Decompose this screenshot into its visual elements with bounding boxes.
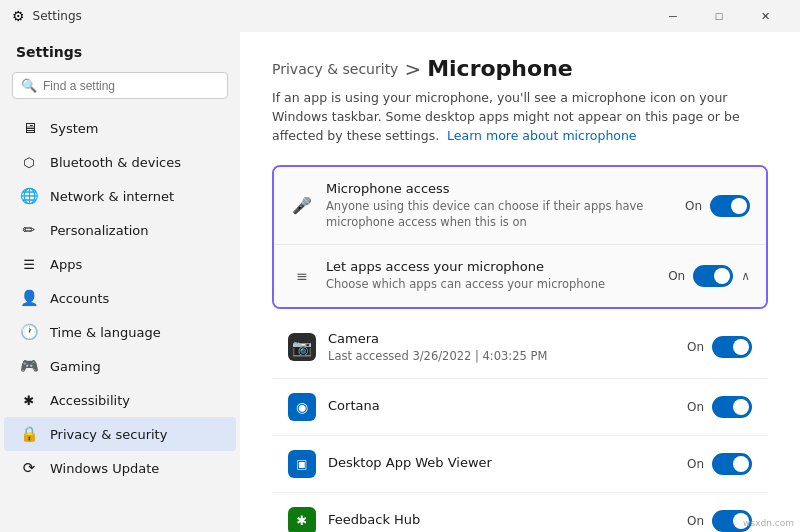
sidebar-item-accounts[interactable]: 👤 Accounts: [4, 281, 236, 315]
let-apps-access-toggle[interactable]: [693, 265, 733, 287]
sidebar-item-network[interactable]: 🌐 Network & internet: [4, 179, 236, 213]
feedback-hub-text: Feedback Hub: [328, 512, 675, 529]
camera-subtitle: Last accessed 3/26/2022 | 4:03:25 PM: [328, 348, 675, 364]
content-area: Privacy & security > Microphone If an ap…: [240, 32, 800, 532]
breadcrumb-current: Microphone: [427, 56, 573, 81]
cortana-row: ◉ Cortana On: [272, 379, 768, 436]
network-icon: 🌐: [20, 187, 38, 205]
breadcrumb: Privacy & security > Microphone: [272, 56, 768, 81]
feedback-hub-status: On: [687, 514, 704, 528]
sidebar: Settings 🔍 🖥 System ⬡ Bluetooth & device…: [0, 32, 240, 532]
desktop-app-title: Desktop App Web Viewer: [328, 455, 675, 470]
search-icon: 🔍: [21, 78, 37, 93]
microphone-access-subtitle: Anyone using this device can choose if t…: [326, 198, 673, 230]
bluetooth-icon: ⬡: [20, 153, 38, 171]
camera-app-icon: 📷: [288, 333, 316, 361]
sidebar-item-label: Gaming: [50, 359, 101, 374]
cortana-title: Cortana: [328, 398, 675, 413]
let-apps-access-control: On ∧: [668, 265, 750, 287]
sidebar-item-bluetooth[interactable]: ⬡ Bluetooth & devices: [4, 145, 236, 179]
sidebar-item-privacy[interactable]: 🔒 Privacy & security: [4, 417, 236, 451]
let-apps-access-status: On: [668, 269, 685, 283]
desktop-app-row: ▣ Desktop App Web Viewer On: [272, 436, 768, 493]
camera-text: Camera Last accessed 3/26/2022 | 4:03:25…: [328, 331, 675, 364]
cortana-control: On: [687, 396, 752, 418]
sidebar-item-gaming[interactable]: 🎮 Gaming: [4, 349, 236, 383]
let-apps-access-subtitle: Choose which apps can access your microp…: [326, 276, 656, 292]
apps-mic-icon: ≡: [290, 264, 314, 288]
search-box[interactable]: 🔍: [12, 72, 228, 99]
accessibility-icon: ✱: [20, 391, 38, 409]
desktop-app-status: On: [687, 457, 704, 471]
cortana-app-icon: ◉: [288, 393, 316, 421]
search-input[interactable]: [43, 79, 219, 93]
sidebar-item-system[interactable]: 🖥 System: [4, 111, 236, 145]
title-bar: ⚙ Settings ─ □ ✕: [0, 0, 800, 32]
close-button[interactable]: ✕: [742, 0, 788, 32]
sidebar-item-apps[interactable]: ☰ Apps: [4, 247, 236, 281]
sidebar-title: Settings: [0, 36, 240, 72]
microphone-icon: 🎤: [290, 194, 314, 218]
settings-icon: ⚙: [12, 8, 25, 24]
desktop-app-icon: ▣: [288, 450, 316, 478]
microphone-access-status: On: [685, 199, 702, 213]
microphone-access-row: 🎤 Microphone access Anyone using this de…: [274, 167, 766, 244]
page-description: If an app is using your microphone, you'…: [272, 89, 768, 145]
feedback-hub-row: ✱ Feedback Hub On: [272, 493, 768, 532]
let-apps-access-text: Let apps access your microphone Choose w…: [326, 259, 656, 292]
apps-icon: ☰: [20, 255, 38, 273]
feedback-hub-icon: ✱: [288, 507, 316, 532]
sidebar-item-label: Network & internet: [50, 189, 174, 204]
camera-toggle[interactable]: [712, 336, 752, 358]
chevron-up-icon[interactable]: ∧: [741, 269, 750, 283]
breadcrumb-parent: Privacy & security: [272, 61, 398, 77]
camera-title: Camera: [328, 331, 675, 346]
camera-status: On: [687, 340, 704, 354]
camera-control: On: [687, 336, 752, 358]
sidebar-item-accessibility[interactable]: ✱ Accessibility: [4, 383, 236, 417]
cortana-text: Cortana: [328, 398, 675, 415]
sidebar-item-label: Privacy & security: [50, 427, 167, 442]
sidebar-item-label: Windows Update: [50, 461, 159, 476]
privacy-icon: 🔒: [20, 425, 38, 443]
time-icon: 🕐: [20, 323, 38, 341]
sidebar-item-label: Personalization: [50, 223, 149, 238]
sidebar-item-update[interactable]: ⟳ Windows Update: [4, 451, 236, 485]
microphone-access-text: Microphone access Anyone using this devi…: [326, 181, 673, 230]
let-apps-access-row: ≡ Let apps access your microphone Choose…: [274, 244, 766, 306]
sidebar-item-label: Bluetooth & devices: [50, 155, 181, 170]
sidebar-item-label: System: [50, 121, 98, 136]
desktop-app-text: Desktop App Web Viewer: [328, 455, 675, 472]
microphone-access-control: On: [685, 195, 750, 217]
title-bar-title: Settings: [33, 9, 82, 23]
sidebar-item-personalization[interactable]: ✏ Personalization: [4, 213, 236, 247]
cortana-toggle[interactable]: [712, 396, 752, 418]
minimize-button[interactable]: ─: [650, 0, 696, 32]
sidebar-item-label: Accounts: [50, 291, 109, 306]
microphone-access-title: Microphone access: [326, 181, 673, 196]
sidebar-item-label: Time & language: [50, 325, 161, 340]
feedback-hub-title: Feedback Hub: [328, 512, 675, 527]
update-icon: ⟳: [20, 459, 38, 477]
camera-row: 📷 Camera Last accessed 3/26/2022 | 4:03:…: [272, 317, 768, 379]
microphone-settings-section: 🎤 Microphone access Anyone using this de…: [272, 165, 768, 308]
accounts-icon: 👤: [20, 289, 38, 307]
sidebar-item-label: Apps: [50, 257, 82, 272]
desktop-app-control: On: [687, 453, 752, 475]
personalization-icon: ✏: [20, 221, 38, 239]
window-controls: ─ □ ✕: [650, 0, 788, 32]
sidebar-item-time[interactable]: 🕐 Time & language: [4, 315, 236, 349]
learn-more-link[interactable]: Learn more about microphone: [447, 128, 636, 143]
maximize-button[interactable]: □: [696, 0, 742, 32]
gaming-icon: 🎮: [20, 357, 38, 375]
watermark: wsxdn.com: [743, 518, 794, 528]
microphone-access-toggle[interactable]: [710, 195, 750, 217]
system-icon: 🖥: [20, 119, 38, 137]
cortana-status: On: [687, 400, 704, 414]
breadcrumb-separator: >: [404, 57, 421, 81]
app-body: Settings 🔍 🖥 System ⬡ Bluetooth & device…: [0, 32, 800, 532]
let-apps-access-title: Let apps access your microphone: [326, 259, 656, 274]
sidebar-item-label: Accessibility: [50, 393, 130, 408]
desktop-app-toggle[interactable]: [712, 453, 752, 475]
